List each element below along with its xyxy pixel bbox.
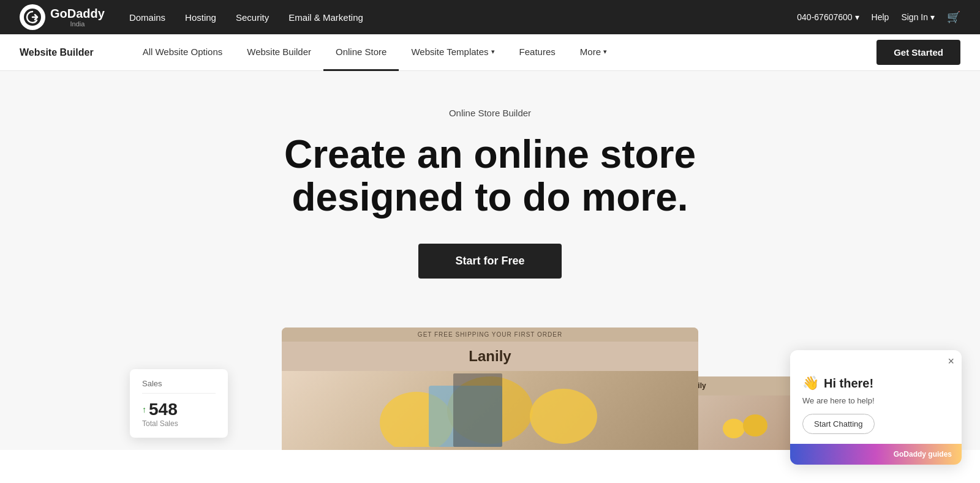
chat-hi-text: Hi there! — [824, 376, 873, 391]
svg-point-4 — [530, 389, 597, 444]
nav-domains[interactable]: Domains — [129, 12, 165, 23]
sales-sub-label: Total Sales — [142, 419, 216, 428]
logo-country: India — [50, 20, 105, 28]
help-link[interactable]: Help — [872, 12, 889, 22]
chat-footer: GoDaddy guides — [790, 444, 962, 450]
chat-sub-text: We are here to help! — [802, 396, 949, 405]
svg-point-6 — [723, 419, 745, 438]
store-preview-card: GET FREE SHIPPING YOUR FIRST ORDER Lanil… — [282, 328, 698, 450]
chat-close-button[interactable]: × — [948, 355, 954, 368]
hero-title: Create an online store designed to do mo… — [284, 133, 696, 219]
top-nav: Domains Hosting Security Email & Marketi… — [129, 12, 797, 23]
chevron-down-icon: ▾ — [603, 48, 607, 56]
start-free-button[interactable]: Start for Free — [418, 244, 561, 279]
logo-area[interactable]: GoDaddy India — [20, 4, 105, 30]
nav-hosting[interactable]: Hosting — [185, 12, 216, 23]
sec-nav-website-templates[interactable]: Website Templates ▾ — [399, 34, 507, 71]
sales-label: Sales — [142, 379, 216, 388]
get-started-button[interactable]: Get Started — [876, 40, 960, 65]
sec-nav-online-store[interactable]: Online Store — [323, 34, 399, 71]
sec-nav-brand[interactable]: Website Builder — [20, 47, 94, 58]
hero-subtitle: Online Store Builder — [449, 108, 531, 118]
nav-email-marketing[interactable]: Email & Marketing — [288, 12, 363, 23]
secondary-nav: Website Builder All Website Options Webs… — [0, 34, 980, 71]
top-right: 040-67607600 ▾ Help Sign In ▾ 🛒 — [797, 10, 960, 24]
phone-number[interactable]: 040-67607600 ▾ — [797, 12, 859, 22]
chat-body: 👋 Hi there! We are here to help! Start C… — [790, 373, 962, 444]
chat-greeting: 👋 Hi there! — [802, 375, 949, 391]
store-banner: GET FREE SHIPPING YOUR FIRST ORDER — [282, 328, 698, 342]
chat-header: × — [790, 350, 962, 373]
sec-nav-right: Get Started — [876, 40, 960, 65]
sec-nav-links: All Website Options Website Builder Onli… — [130, 34, 877, 71]
sec-nav-more[interactable]: More ▾ — [568, 34, 619, 71]
svg-rect-5 — [453, 373, 502, 447]
svg-point-7 — [743, 414, 767, 436]
chat-widget: × 👋 Hi there! We are here to help! Start… — [790, 350, 962, 450]
chat-start-button[interactable]: Start Chatting — [802, 414, 875, 434]
sec-nav-features[interactable]: Features — [507, 34, 568, 71]
sales-number: 548 — [149, 400, 178, 419]
godaddy-logo-icon — [20, 4, 45, 30]
nav-security[interactable]: Security — [236, 12, 269, 23]
store-image-area — [282, 371, 698, 450]
sec-nav-all-website[interactable]: All Website Options — [130, 34, 235, 71]
sales-number-row: ↑ 548 — [142, 400, 216, 419]
sales-card: Sales ↑ 548 Total Sales — [130, 369, 228, 438]
store-name: Lanily — [282, 342, 698, 371]
cart-icon[interactable]: 🛒 — [947, 10, 960, 24]
wave-icon: 👋 — [802, 375, 819, 391]
top-bar: GoDaddy India Domains Hosting Security E… — [0, 0, 980, 34]
signin-button[interactable]: Sign In ▾ — [901, 12, 935, 22]
chevron-down-icon: ▾ — [491, 48, 495, 56]
logo-name: GoDaddy — [50, 7, 105, 20]
sales-up-arrow: ↑ — [142, 405, 146, 414]
sec-nav-website-builder[interactable]: Website Builder — [235, 34, 323, 71]
